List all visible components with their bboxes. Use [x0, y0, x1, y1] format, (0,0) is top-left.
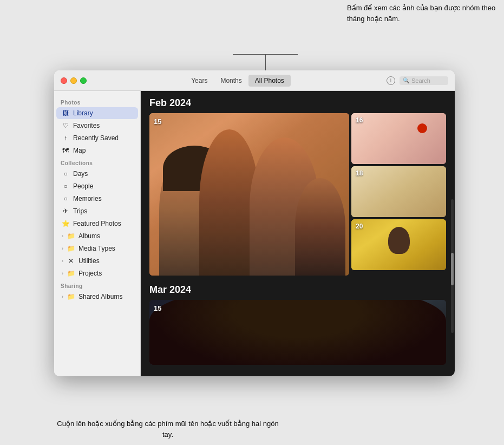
sidebar-item-media-types[interactable]: › 📁 Media Types — [56, 243, 138, 254]
days-icon: ○ — [62, 170, 69, 178]
photo-thumb-feb-3[interactable]: 20 — [351, 219, 446, 270]
photo-side-feb: 16 18 20 — [351, 113, 446, 276]
sidebar-item-library[interactable]: 🖼 Library — [56, 107, 138, 119]
sidebar-label-trips: Trips — [73, 207, 133, 215]
sidebar-label-people: People — [73, 182, 133, 190]
tab-months[interactable]: Months — [214, 75, 248, 87]
recently-saved-icon: ↑ — [62, 134, 69, 142]
photo-grid-mar: 15 — [149, 300, 446, 365]
albums-icon: 📁 — [67, 232, 75, 240]
shared-albums-icon: 📁 — [67, 293, 75, 300]
titlebar: Years Months All Photos i 🔍 Search — [54, 70, 455, 91]
featured-icon: ⭐ — [62, 220, 69, 227]
close-button[interactable] — [61, 77, 67, 84]
maximize-button[interactable] — [80, 77, 87, 84]
sidebar-item-trips[interactable]: ✈ Trips — [56, 205, 138, 217]
sidebar-label-recently-saved: Recently Saved — [73, 134, 133, 142]
view-tabs: Years Months All Photos — [185, 75, 291, 87]
sidebar-item-featured[interactable]: ⭐ Featured Photos — [56, 218, 138, 230]
search-box[interactable]: 🔍 Search — [400, 76, 448, 85]
people-icon: ○ — [62, 182, 69, 190]
search-placeholder: Search — [411, 77, 430, 84]
memories-icon: ○ — [62, 195, 69, 202]
photo-area[interactable]: Feb 2024 15 — [141, 91, 455, 376]
sidebar-label-map: Map — [73, 147, 133, 154]
sidebar: Photos 🖼 Library ♡ Favorites ↑ Recently … — [54, 91, 141, 376]
sidebar-item-map[interactable]: 🗺 Map — [56, 145, 138, 156]
sidebar-label-library: Library — [73, 109, 133, 117]
scrollbar-thumb[interactable] — [451, 253, 454, 285]
chevron-right-icon-media: › — [62, 246, 63, 251]
traffic-lights — [61, 77, 87, 84]
sidebar-section-collections: Collections — [54, 157, 140, 167]
thumb-count-feb-1: 16 — [356, 116, 363, 124]
sidebar-label-shared-albums: Shared Albums — [78, 293, 133, 300]
trips-icon: ✈ — [62, 207, 69, 215]
sidebar-label-favorites: Favorites — [73, 122, 133, 129]
info-button[interactable]: i — [387, 76, 395, 85]
main-photo-feb[interactable]: 15 — [149, 113, 349, 276]
library-icon: 🖼 — [62, 109, 69, 117]
titlebar-right: i 🔍 Search — [387, 76, 448, 85]
map-icon: 🗺 — [62, 147, 69, 154]
chevron-right-icon-projects: › — [62, 271, 63, 276]
main-photo-mar[interactable]: 15 — [149, 300, 446, 365]
sidebar-label-media-types: Media Types — [78, 245, 133, 252]
sidebar-item-days[interactable]: ○ Days — [56, 168, 138, 180]
annotation-bottom: Cuộn lên hoặc xuống bằng các phím mũi tê… — [54, 418, 282, 440]
sidebar-section-sharing: Sharing — [54, 280, 140, 290]
tab-years[interactable]: Years — [185, 75, 214, 87]
utilities-icon: ✕ — [67, 257, 75, 265]
sidebar-item-favorites[interactable]: ♡ Favorites — [56, 120, 138, 132]
sidebar-item-memories[interactable]: ○ Memories — [56, 193, 138, 205]
photo-count-mar-main: 15 — [154, 304, 161, 312]
photo-grid-feb: 15 16 18 — [149, 113, 446, 276]
sidebar-label-albums: Albums — [78, 232, 133, 240]
heart-icon: ♡ — [62, 122, 69, 129]
sidebar-label-projects: Projects — [78, 270, 133, 277]
sidebar-label-memories: Memories — [73, 195, 133, 202]
month-label-mar: Mar 2024 — [149, 284, 446, 296]
scrollbar-track — [451, 199, 454, 333]
annotation-top: Bấm để xem các ảnh của bạn được nhóm the… — [347, 0, 499, 24]
chevron-right-icon-utilities: › — [62, 258, 63, 264]
tab-all-photos[interactable]: All Photos — [248, 75, 291, 87]
thumb-count-feb-2: 18 — [356, 169, 363, 177]
sidebar-item-shared-albums[interactable]: › 📁 Shared Albums — [56, 291, 138, 303]
minimize-button[interactable] — [70, 77, 77, 84]
projects-icon: 📁 — [67, 270, 75, 277]
sidebar-label-utilities: Utilities — [78, 257, 133, 265]
app-window: Years Months All Photos i 🔍 Search Photo… — [54, 70, 455, 376]
photo-count-feb-main: 15 — [154, 117, 161, 126]
sidebar-item-utilities[interactable]: › ✕ Utilities — [56, 255, 138, 267]
sidebar-section-photos: Photos — [54, 96, 140, 107]
main-content: Photos 🖼 Library ♡ Favorites ↑ Recently … — [54, 91, 455, 376]
month-label-feb: Feb 2024 — [149, 97, 446, 109]
sidebar-item-recently-saved[interactable]: ↑ Recently Saved — [56, 132, 138, 144]
sidebar-item-people[interactable]: ○ People — [56, 180, 138, 192]
thumb-count-feb-3: 20 — [356, 222, 363, 230]
sidebar-label-days: Days — [73, 170, 133, 178]
photo-thumb-feb-1[interactable]: 16 — [351, 113, 446, 164]
month-section-mar: Mar 2024 15 — [149, 284, 446, 365]
chevron-right-icon: › — [62, 233, 63, 239]
sidebar-item-projects[interactable]: › 📁 Projects — [56, 267, 138, 279]
chevron-right-icon-shared: › — [62, 294, 63, 299]
media-types-icon: 📁 — [67, 245, 75, 252]
month-section-feb: Feb 2024 15 — [149, 97, 446, 276]
search-icon: 🔍 — [403, 77, 409, 83]
sidebar-label-featured: Featured Photos — [73, 220, 133, 227]
photo-thumb-feb-2[interactable]: 18 — [351, 166, 446, 217]
sidebar-item-albums[interactable]: › 📁 Albums — [56, 230, 138, 242]
